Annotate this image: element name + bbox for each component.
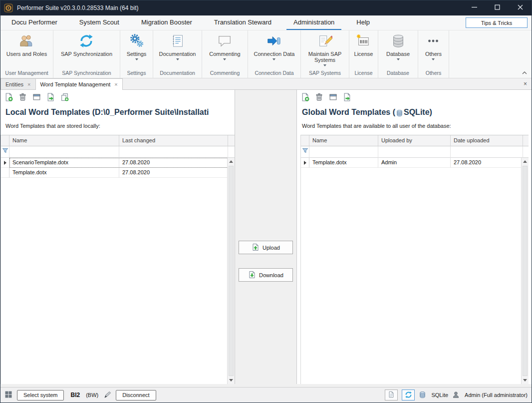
logged-in-user-label[interactable]: Admin (Full administrator) xyxy=(465,392,528,398)
open-template-button[interactable] xyxy=(32,93,41,102)
duplicate-template-button[interactable] xyxy=(60,93,69,102)
scroll-up-button[interactable] xyxy=(522,158,529,165)
menu-translation-steward[interactable]: Translation Steward xyxy=(207,15,278,30)
add-template-button[interactable] xyxy=(4,93,13,102)
tab-close-icon[interactable]: × xyxy=(114,82,117,87)
disconnect-button[interactable]: Disconnect xyxy=(116,390,156,401)
documentation-button[interactable]: Documentation xyxy=(157,33,198,69)
chevron-down-icon xyxy=(135,58,138,60)
table-row[interactable]: Template.dotx Admin 27.08.2020 xyxy=(301,158,529,168)
ribbon-button-label: Others xyxy=(425,51,442,57)
maintain-sap-systems-button[interactable]: Maintain SAP Systems xyxy=(301,33,349,69)
settings-button[interactable]: Settings xyxy=(125,33,149,69)
header-filler xyxy=(228,135,235,146)
vertical-scrollbar[interactable] xyxy=(521,158,529,384)
menu-system-scout[interactable]: System Scout xyxy=(72,15,126,30)
sap-sync-icon xyxy=(79,33,94,49)
ribbon-group-user-management: Users and Roles User Management xyxy=(0,30,53,78)
column-header-name[interactable]: Name xyxy=(9,135,119,146)
menu-label: Help xyxy=(356,18,370,26)
maximize-button[interactable] xyxy=(486,0,509,15)
license-button[interactable]: License xyxy=(352,33,375,69)
delete-template-button[interactable] xyxy=(18,93,27,102)
ribbon-group-sap-systems: Maintain SAP Systems SAP Systems xyxy=(301,30,349,78)
document-arrow-icon xyxy=(343,93,351,102)
filter-cell-uploaded-by[interactable] xyxy=(378,146,451,158)
cell-date-uploaded: 27.08.2020 xyxy=(451,158,523,168)
filter-indicator-cell xyxy=(1,146,9,158)
tab-entities[interactable]: Entities × xyxy=(0,78,36,89)
document-arrow-icon xyxy=(46,93,55,102)
table-row[interactable]: Template.dotx 27.08.2020 xyxy=(1,168,235,178)
tab-close-icon[interactable]: × xyxy=(27,82,30,87)
refresh-connection-button[interactable] xyxy=(402,390,415,401)
ribbon-button-label: Database xyxy=(386,51,410,57)
delete-template-button[interactable] xyxy=(314,93,324,102)
column-header-last-changed[interactable]: Last changed xyxy=(119,135,228,146)
table-row[interactable]: ScenarioTemplate.dotx 27.08.2020 xyxy=(1,158,235,168)
menu-migration-booster[interactable]: Migration Booster xyxy=(134,15,199,30)
minimize-button[interactable] xyxy=(463,0,486,15)
scroll-down-icon xyxy=(523,379,527,382)
scroll-up-button[interactable] xyxy=(228,158,235,165)
local-templates-grid: Name Last changed ScenarioTemplate.dotx … xyxy=(0,135,235,384)
filter-filler xyxy=(228,146,235,158)
heading-text: Global Word Templates ( xyxy=(302,108,395,117)
add-template-button[interactable] xyxy=(300,93,310,102)
ribbon-group-commenting: Commenting Commenting xyxy=(202,30,248,78)
scrollbar-thumb[interactable] xyxy=(523,166,528,376)
close-icon xyxy=(518,4,523,11)
column-header-date-uploaded[interactable]: Date uploaded xyxy=(451,135,523,146)
chevron-down-icon xyxy=(176,58,179,60)
main-menubar: Docu Performer System Scout Migration Bo… xyxy=(0,15,532,30)
tab-word-template-management[interactable]: Word Template Management × xyxy=(35,78,123,90)
tips-and-tricks-button[interactable]: Tips & Tricks xyxy=(466,17,528,28)
import-template-button[interactable] xyxy=(342,93,352,102)
filter-cell-date-uploaded[interactable] xyxy=(451,146,523,158)
column-header-uploaded-by[interactable]: Uploaded by xyxy=(378,135,451,146)
sap-synchronization-button[interactable]: SAP Synchronization xyxy=(59,33,114,69)
filter-cell-name[interactable] xyxy=(309,146,378,158)
add-document-icon xyxy=(4,93,13,102)
ribbon-button-label: Commenting xyxy=(209,51,240,57)
ribbon-group-label: User Management xyxy=(0,69,53,78)
database-small-icon xyxy=(419,391,426,400)
download-button[interactable]: Download xyxy=(239,268,293,282)
filter-cell-last-changed[interactable] xyxy=(119,146,228,158)
ribbon-group-license: License License xyxy=(349,30,378,78)
systems-grid-icon[interactable] xyxy=(4,391,12,400)
filter-cell-name[interactable] xyxy=(9,146,119,158)
users-and-roles-button[interactable]: Users and Roles xyxy=(4,33,49,69)
column-header-name[interactable]: Name xyxy=(309,135,378,146)
row-arrow-icon xyxy=(304,161,306,165)
menu-help[interactable]: Help xyxy=(349,15,377,30)
close-button[interactable] xyxy=(509,0,532,15)
tips-label: Tips & Tricks xyxy=(481,20,513,26)
vertical-scrollbar[interactable] xyxy=(227,158,235,384)
commenting-button[interactable]: Commenting xyxy=(207,33,242,69)
scrollbar-thumb[interactable] xyxy=(229,166,234,376)
open-template-button[interactable] xyxy=(328,93,338,102)
upload-button[interactable]: Upload xyxy=(239,241,293,254)
log-document-button[interactable] xyxy=(385,390,398,401)
menu-label: System Scout xyxy=(79,18,119,26)
database-button[interactable]: Database xyxy=(384,33,412,69)
ribbon-button-label: Users and Roles xyxy=(6,51,47,57)
database-connection-label[interactable]: SQLite xyxy=(431,392,448,398)
ribbon-group-label: Documentation xyxy=(153,69,202,78)
connected-system-type: (BW) xyxy=(86,392,98,398)
others-button[interactable]: Others xyxy=(423,33,444,69)
titlebar: Performer Suite v20.3.0.0.28533 Main (64… xyxy=(0,0,532,15)
select-system-button[interactable]: Select system xyxy=(17,390,64,401)
global-templates-pane: Global Word Templates (SQLite) Word Temp… xyxy=(296,90,532,384)
scroll-down-button[interactable] xyxy=(228,377,235,384)
connection-data-button[interactable]: Connection Data xyxy=(252,33,297,69)
scroll-down-button[interactable] xyxy=(522,377,529,384)
menu-administration[interactable]: Administration xyxy=(286,15,341,30)
tabstrip-close-button[interactable]: × xyxy=(524,80,527,87)
collapse-ribbon-button[interactable] xyxy=(522,69,527,75)
import-template-button[interactable] xyxy=(46,93,55,102)
add-document-icon xyxy=(301,93,309,102)
ribbon-group-settings: Settings Settings xyxy=(120,30,153,78)
menu-docu-performer[interactable]: Docu Performer xyxy=(4,15,64,30)
